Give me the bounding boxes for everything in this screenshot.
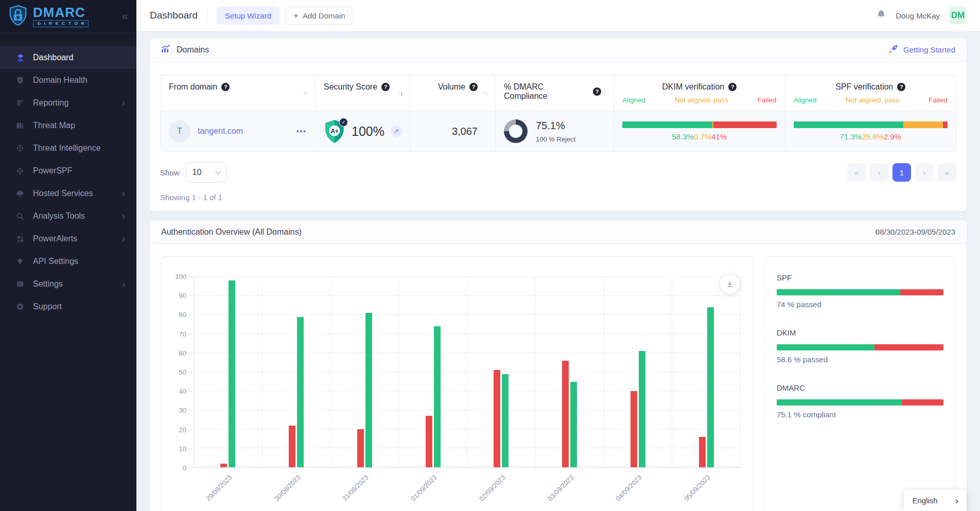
- sort-icons[interactable]: ↑↓: [601, 90, 605, 97]
- chart-bar-failed[interactable]: [562, 361, 569, 467]
- sidebar-item-settings[interactable]: Settings ›: [0, 273, 136, 295]
- chart-bar-passed[interactable]: [707, 307, 714, 467]
- column-header-dmarc-compliance[interactable]: % DMARC Compliance ? ↑↓: [495, 76, 614, 111]
- failed-segment: [713, 121, 777, 128]
- chart-bar-failed[interactable]: [494, 370, 500, 467]
- y-axis-label: 50: [179, 368, 186, 376]
- sidebar-item-analysis-tools[interactable]: Analysis Tools ›: [0, 205, 136, 227]
- sub-label-aligned: Aligned: [622, 96, 645, 104]
- sidebar-item-threat-intelligence[interactable]: Threat Intelligence: [0, 137, 136, 160]
- pagination-page-button[interactable]: 1: [892, 163, 911, 182]
- sort-icons[interactable]: ↑↓: [483, 90, 487, 97]
- chart-bar-failed[interactable]: [220, 464, 227, 467]
- user-name[interactable]: Doug McKay: [896, 11, 940, 20]
- stat-value: 58.6 % passed: [777, 355, 943, 364]
- plus-icon: +: [293, 11, 299, 20]
- x-axis-label: 01/09/2023: [409, 473, 439, 503]
- x-axis-label: 02/09/2023: [478, 473, 507, 503]
- page-size-select[interactable]: 10: [186, 162, 227, 183]
- x-axis-label: 03/09/2023: [546, 473, 575, 503]
- chart-download-button[interactable]: [720, 274, 740, 294]
- pagination-first-button[interactable]: «: [847, 163, 866, 182]
- pagination-next-button[interactable]: ›: [915, 163, 934, 182]
- shield-check-icon: [15, 76, 25, 84]
- sidebar-item-reporting[interactable]: Reporting ›: [0, 92, 136, 114]
- target-icon: [15, 144, 25, 152]
- sidebar-item-api-settings[interactable]: API Settings: [0, 250, 136, 273]
- language-switcher[interactable]: English ›: [904, 490, 967, 511]
- chart-bar-passed[interactable]: [297, 317, 304, 467]
- aligned-segment: [794, 121, 904, 128]
- stat-bar: [777, 289, 943, 295]
- column-header-security-score[interactable]: Security Score ? ↑↓: [315, 76, 410, 111]
- column-label: % DMARC Compliance: [504, 82, 589, 101]
- getting-started-link[interactable]: Getting Started: [888, 44, 955, 56]
- pagination-prev-button[interactable]: ‹: [870, 163, 888, 182]
- getting-started-label: Getting Started: [903, 45, 955, 54]
- compliance-donut: [504, 119, 528, 143]
- sidebar: DMARC DIRECTOR « Dashboard Domain Health: [0, 0, 136, 511]
- chart-column: 04/09/2023: [604, 277, 672, 467]
- sidebar-item-support[interactable]: Support: [0, 295, 136, 318]
- help-icon[interactable]: ?: [221, 83, 230, 91]
- sidebar-item-hosted-services[interactable]: Hosted Services ›: [0, 182, 136, 205]
- column-header-volume[interactable]: Volume ? ↑↓: [410, 76, 495, 111]
- domain-link[interactable]: tangent.com: [198, 127, 243, 136]
- y-axis-label: 100: [175, 273, 186, 280]
- help-icon[interactable]: ?: [381, 83, 390, 91]
- external-link-icon[interactable]: ↗: [391, 126, 402, 137]
- chart-column: 01/09/2023: [398, 277, 467, 467]
- grid-icon: [15, 235, 25, 243]
- volume-cell: 3,067: [410, 111, 495, 151]
- user-avatar[interactable]: DM: [949, 7, 967, 24]
- y-axis-label: 90: [179, 292, 186, 299]
- chart-bar-passed[interactable]: [502, 374, 509, 467]
- help-icon[interactable]: ?: [469, 83, 478, 91]
- sidebar-collapse-icon[interactable]: «: [122, 10, 128, 23]
- chart-bar-passed[interactable]: [434, 326, 441, 467]
- notifications-bell-icon[interactable]: [876, 9, 886, 22]
- dkim-not-aligned-value: 0.7%: [694, 132, 711, 141]
- sidebar-item-label: Reporting: [33, 98, 68, 108]
- y-axis-label: 60: [179, 349, 186, 357]
- column-header-from-domain[interactable]: From domain ? ↑↓: [161, 76, 315, 111]
- auth-overview-header: Authentication Overview (All Domains) 08…: [150, 220, 967, 244]
- chart-bar-passed[interactable]: [229, 280, 235, 467]
- help-icon[interactable]: ?: [593, 87, 601, 96]
- chart-bar-failed[interactable]: [426, 416, 432, 467]
- brand-subtitle: DIRECTOR: [33, 20, 89, 27]
- security-score-value: 100%: [352, 124, 384, 139]
- sidebar-item-domain-health[interactable]: Domain Health: [0, 69, 136, 92]
- sidebar-item-threat-map[interactable]: Threat Map: [0, 114, 136, 137]
- help-icon[interactable]: ?: [897, 83, 905, 91]
- chart-bar-passed[interactable]: [570, 382, 577, 468]
- sort-icons[interactable]: ↑↓: [398, 90, 402, 97]
- sidebar-item-label: Settings: [33, 279, 63, 289]
- map-icon: [15, 121, 25, 130]
- spf-failed-segment: [900, 289, 943, 295]
- x-axis-label: 30/08/2023: [273, 473, 302, 503]
- help-icon[interactable]: ?: [728, 83, 737, 91]
- dkim-aligned-value: 58.3%: [672, 132, 694, 141]
- chart-bar-failed[interactable]: [289, 426, 295, 467]
- chart-bar-failed[interactable]: [357, 429, 364, 467]
- add-domain-button[interactable]: + Add Domain: [286, 7, 353, 25]
- chart-bar-passed[interactable]: [365, 313, 372, 467]
- sub-label-aligned: Aligned: [794, 96, 817, 104]
- auth-stats-panel: SPF 74 % passed DKIM 58.6 % passed DMARC: [765, 256, 955, 511]
- chart-column: 31/08/2023: [330, 277, 399, 467]
- chart-bar-failed[interactable]: [631, 391, 637, 467]
- chart-bar-failed[interactable]: [699, 437, 706, 467]
- sort-icons[interactable]: ↑↓: [303, 90, 307, 97]
- pagination-last-button[interactable]: »: [938, 163, 956, 182]
- sidebar-item-poweralerts[interactable]: PowerAlerts ›: [0, 227, 136, 250]
- row-actions-menu-icon[interactable]: ⋯: [296, 125, 307, 137]
- cloud-icon: [15, 189, 25, 198]
- setup-wizard-button[interactable]: Setup Wizard: [217, 7, 279, 25]
- chart-bar-passed[interactable]: [639, 351, 645, 467]
- chevron-right-icon: ›: [122, 279, 125, 289]
- stat-label: SPF: [777, 273, 943, 282]
- sidebar-item-powerspf[interactable]: PowerSPF: [0, 160, 136, 182]
- sidebar-item-dashboard[interactable]: Dashboard: [0, 46, 136, 69]
- spf-passed-segment: [777, 289, 900, 295]
